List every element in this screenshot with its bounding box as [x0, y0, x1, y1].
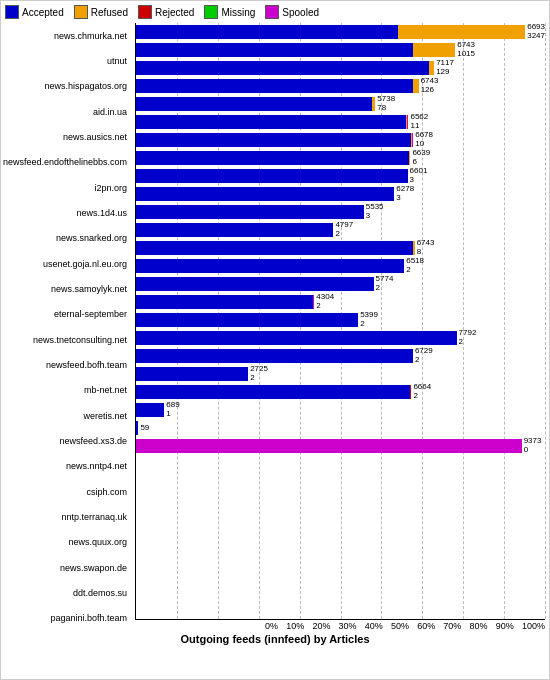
- y-label: nntp.terranaq.uk: [5, 508, 131, 526]
- bar-segment-accepted: [136, 223, 333, 237]
- bar-value-label: 667810: [415, 131, 433, 149]
- bar-value-label: 7117129: [436, 59, 454, 77]
- bar-segment-accepted: [136, 241, 413, 255]
- bar-row: 67431015: [136, 41, 545, 59]
- bar-segment-accepted: [136, 115, 406, 129]
- bar-value-label: 65182: [406, 257, 424, 275]
- x-axis-label: 80%: [470, 621, 488, 631]
- y-label: usenet.goja.nl.eu.org: [5, 255, 131, 273]
- bar-row: 67438: [136, 239, 545, 257]
- bar-segment-accepted: [136, 403, 164, 417]
- bar-value-label: 573878: [377, 95, 395, 113]
- bar-segment-accepted: [136, 367, 248, 381]
- bar-segment-refused: [429, 61, 434, 75]
- bar-segment-refused: [372, 97, 375, 111]
- chart-title: Outgoing feeds (innfeed) by Articles: [5, 633, 545, 645]
- bar-value-label: 62783: [396, 185, 414, 203]
- bar-segment-accepted: [136, 43, 413, 57]
- accepted-color-icon: [5, 5, 19, 19]
- bar-segment-accepted: [136, 331, 457, 345]
- bar-row: 7117129: [136, 59, 545, 77]
- y-label: news.1d4.us: [5, 204, 131, 222]
- bar-row: 667810: [136, 131, 545, 149]
- y-label: news.tnetconsulting.net: [5, 331, 131, 349]
- y-label: newsfeed.bofh.team: [5, 356, 131, 374]
- y-label: news.quux.org: [5, 533, 131, 551]
- bar-value-label: 59: [140, 424, 149, 433]
- bar-row: 57742: [136, 275, 545, 293]
- bar-segment-accepted: [136, 133, 411, 147]
- bar-row: 656211: [136, 113, 545, 131]
- y-axis-labels: news.chmurka.netutnutnews.hispagatos.org…: [5, 23, 135, 631]
- bar-row: 47972: [136, 221, 545, 239]
- bar-value-label: 67438: [417, 239, 435, 257]
- y-label: news.ausics.net: [5, 128, 131, 146]
- x-axis-label: 30%: [339, 621, 357, 631]
- bars-area: 6693324767431015711712967431265738786562…: [135, 23, 545, 620]
- x-axis-label: 60%: [417, 621, 435, 631]
- bar-value-label: 27252: [250, 365, 268, 383]
- bar-row: 6743126: [136, 77, 545, 95]
- refused-color-icon: [74, 5, 88, 19]
- bar-segment-refused: [413, 43, 455, 57]
- x-axis-label: 90%: [496, 621, 514, 631]
- bar-segment-accepted: [136, 295, 313, 309]
- bar-row: 65182: [136, 257, 545, 275]
- legend-refused-label: Refused: [91, 7, 128, 18]
- bar-segment-accepted: [136, 385, 410, 399]
- bar-value-label: 67431015: [457, 41, 475, 59]
- legend-rejected: Rejected: [138, 5, 194, 19]
- bar-value-label: 656211: [410, 113, 428, 131]
- bar-row: 53992: [136, 311, 545, 329]
- bar-value-label: 47972: [335, 221, 353, 239]
- y-label: news.swapon.de: [5, 559, 131, 577]
- bar-segment-refused: [409, 151, 410, 165]
- legend-rejected-label: Rejected: [155, 7, 194, 18]
- bar-row: 62783: [136, 185, 545, 203]
- bar-segment-accepted: [136, 61, 429, 75]
- bar-segment-spooled: [412, 133, 413, 147]
- bar-segment-refused: [413, 241, 414, 255]
- bar-row: 93730: [136, 437, 545, 455]
- legend-spooled: Spooled: [265, 5, 319, 19]
- legend-accepted: Accepted: [5, 5, 64, 19]
- y-label: utnut: [5, 52, 131, 70]
- bar-row: 66642: [136, 383, 545, 401]
- y-label: news.nntp4.net: [5, 457, 131, 475]
- bar-row: 55353: [136, 203, 545, 221]
- x-axis-label: 20%: [312, 621, 330, 631]
- rejected-color-icon: [138, 5, 152, 19]
- bar-value-label: 6743126: [421, 77, 439, 95]
- bar-row: 77922: [136, 329, 545, 347]
- bar-value-label: 67292: [415, 347, 433, 365]
- missing-color-icon: [204, 5, 218, 19]
- y-label: paganini.bofh.team: [5, 609, 131, 627]
- y-label: ddt.demos.su: [5, 584, 131, 602]
- bar-segment-accepted: [136, 313, 358, 327]
- y-label: weretis.net: [5, 407, 131, 425]
- bar-segment-accepted: [136, 151, 409, 165]
- x-axis-label: 0%: [265, 621, 278, 631]
- y-label: csiph.com: [5, 483, 131, 501]
- bar-value-label: 55353: [366, 203, 384, 221]
- x-axis: 0%10%20%30%40%50%60%70%80%90%100%: [265, 621, 545, 631]
- x-axis-label: 100%: [522, 621, 545, 631]
- bar-row: 66396: [136, 149, 545, 167]
- bar-value-label: 66396: [412, 149, 430, 167]
- bar-segment-accepted: [136, 97, 372, 111]
- x-axis-label: 10%: [286, 621, 304, 631]
- legend-missing: Missing: [204, 5, 255, 19]
- x-axis-label: 70%: [443, 621, 461, 631]
- bar-row: 6891: [136, 401, 545, 419]
- bar-value-label: 66642: [413, 383, 431, 401]
- bar-value-label: 66933247: [527, 23, 545, 41]
- y-label: news.snarked.org: [5, 229, 131, 247]
- legend-refused: Refused: [74, 5, 128, 19]
- legend-spooled-label: Spooled: [282, 7, 319, 18]
- bar-row: 67292: [136, 347, 545, 365]
- bar-row: 66933247: [136, 23, 545, 41]
- bar-segment-accepted: [136, 187, 394, 201]
- bar-value-label: 43042: [316, 293, 334, 311]
- bar-value-label: 66013: [410, 167, 428, 185]
- bar-segment-spooled: [313, 295, 314, 309]
